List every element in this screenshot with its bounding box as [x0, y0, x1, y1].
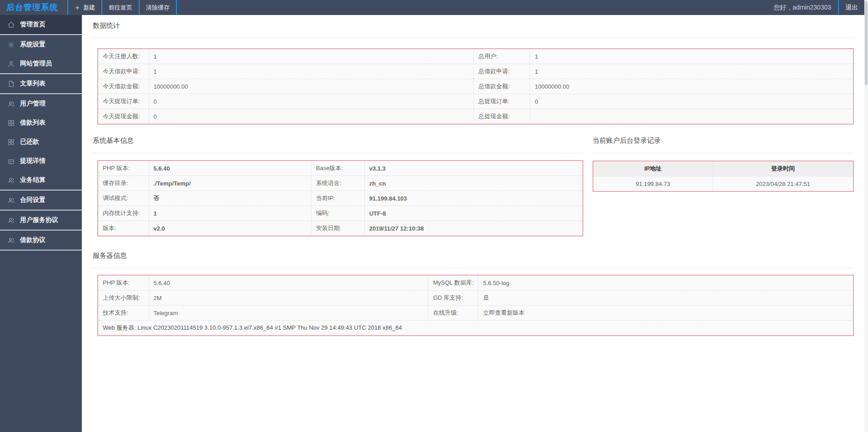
grid-icon [7, 138, 15, 146]
server-info-table-wrap: PHP 版本:5.6.40MySQL 数据库:5.6.50-log上传大小限制:… [97, 275, 854, 336]
column-header: 登录时间 [713, 161, 853, 176]
sidebar-item-label: 用户管理 [20, 100, 45, 108]
gear-icon [7, 41, 15, 49]
field-value: 5.6.40 [149, 161, 311, 176]
field-label: GD 库支持: [428, 291, 478, 306]
table-row: 今天提现金额:0总提现金额: [98, 109, 853, 125]
field-label: 今天借款申请: [98, 64, 149, 79]
field-label: 安装日期: [311, 221, 364, 236]
field-value: ./Temp/Temp/ [149, 176, 311, 191]
login-record-section-title: 当前账户后台登录记录 [592, 125, 854, 145]
basic-info-table: PHP 版本:5.6.40Base版本:v3.1.3缓存目录:./Temp/Te… [97, 160, 583, 236]
grid-icon [7, 119, 15, 127]
field-label: 总借款金额: [474, 79, 530, 94]
sidebar-item-withdrawal-details[interactable]: 提现详情 [0, 151, 82, 171]
basic-info-section-title: 系统基本信息 [93, 125, 583, 145]
stats-section-title: 数据统计 [93, 15, 854, 30]
sidebar-item-contract-settings[interactable]: 合同设置 [0, 191, 82, 210]
table-row: 上传大小限制:2MGD 库支持:是 [98, 291, 853, 306]
sidebar-item-business-settlement[interactable]: 业务结算 [0, 171, 82, 190]
field-label: 今天提现金额: [98, 109, 149, 125]
field-value: 91.199.84.103 [364, 191, 583, 206]
table-row: 今天借款申请:1总借款申请:1 [98, 64, 853, 79]
scrollbar-thumb[interactable] [865, 1, 868, 85]
field-value: zh_cn [364, 176, 583, 191]
section-divider [93, 38, 854, 38]
field-label: 调试模式: [98, 191, 149, 206]
vertical-scrollbar[interactable] [864, 0, 868, 432]
stats-table: 今天注册人数:1总用户:1今天借款申请:1总借款申请:1今天借款金额:10000… [97, 48, 854, 125]
top-bar: 后台管理系统 新建 前往首页 清除缓存 您好，admin230303 退出 [0, 0, 864, 15]
field-label: 上传大小限制: [98, 291, 149, 306]
field-value: 2019/11/27 12:10:38 [364, 221, 583, 236]
sidebar-item-label: 提现详情 [20, 157, 45, 165]
field-value: 1 [149, 206, 311, 221]
login-record-column: 当前账户后台登录记录 IP地址登录时间 91.199.84.732023/04/… [592, 125, 854, 192]
field-value: Telegram [149, 306, 428, 321]
sidebar-item-label: 管理首页 [20, 20, 45, 29]
plus-icon [75, 5, 80, 10]
sidebar-item-loan-agreement[interactable]: 借款协议 [0, 231, 82, 250]
sidebar-item-system-settings[interactable]: 系统设置 [0, 35, 82, 54]
sidebar-item-dashboard[interactable]: 管理首页 [0, 15, 82, 34]
basic-info-table-wrap: PHP 版本:5.6.40Base版本:v3.1.3缓存目录:./Temp/Te… [97, 160, 583, 236]
server-info-section-title: 服务器信息 [93, 236, 854, 260]
sidebar-item-repaid[interactable]: 已还款 [0, 132, 82, 151]
sidebar-item-label: 借款列表 [20, 119, 45, 127]
field-value: 0 [149, 109, 474, 125]
field-label: 当前IP: [311, 191, 364, 206]
section-divider [93, 268, 854, 268]
field-label: 今天借款金额: [98, 79, 149, 94]
users-icon [7, 100, 15, 108]
users-icon [7, 196, 15, 204]
field-value: 91.199.84.73 [593, 176, 713, 192]
topbar-nav: 新建 前往首页 清除缓存 [67, 0, 177, 15]
main-content: 数据统计 今天注册人数:1总用户:1今天借款申请:1总借款申请:1今天借款金额:… [82, 15, 864, 432]
field-label: 编码: [311, 206, 364, 221]
sidebar-item-article-list[interactable]: 文章列表 [0, 74, 82, 93]
column-header: IP地址 [593, 161, 713, 176]
new-button[interactable]: 新建 [67, 0, 101, 15]
table-row: 技术支持:Telegram在线升级:立即查看新版本 [98, 306, 853, 321]
field-value: 0 [530, 94, 853, 109]
field-value: 2M [149, 291, 428, 306]
clear-cache-label: 清除缓存 [146, 0, 170, 15]
section-divider [93, 153, 583, 153]
table-row: 内存统计支持:1编码:UTF-8 [98, 206, 583, 221]
table-row: 今天借款金额:10000000.00总借款金额:10000000.00 [98, 79, 853, 94]
field-value: 立即查看新版本 [478, 306, 853, 321]
field-value: 2023/04/28 21:47:51 [713, 176, 853, 192]
users-icon [7, 236, 15, 244]
sidebar-item-user-service-agreement[interactable]: 用户服务协议 [0, 211, 82, 230]
users-icon [7, 176, 15, 184]
clear-cache-button[interactable]: 清除缓存 [139, 0, 177, 15]
go-homepage-label: 前往首页 [109, 0, 132, 15]
section-divider [592, 153, 854, 153]
user-icon [7, 60, 15, 68]
field-value: v2.0 [149, 221, 311, 236]
field-label: 今天注册人数: [98, 49, 149, 64]
sidebar-item-user-management[interactable]: 用户管理 [0, 94, 82, 113]
field-value: v3.1.3 [364, 161, 583, 176]
new-button-label: 新建 [83, 0, 95, 15]
sidebar-item-loan-list[interactable]: 借款列表 [0, 113, 82, 132]
field-value: 0 [149, 94, 474, 109]
table-row: 91.199.84.732023/04/28 21:47:51 [593, 176, 853, 192]
table-row: 今天注册人数:1总用户:1 [98, 49, 853, 64]
field-value: 是 [478, 291, 853, 306]
home-icon [7, 21, 15, 29]
field-label: 缓存目录: [98, 176, 149, 191]
field-value [530, 109, 853, 125]
logout-button[interactable]: 退出 [838, 0, 864, 15]
field-label: 总借款申请: [474, 64, 530, 79]
field-label: MySQL 数据库: [428, 275, 478, 291]
go-homepage-button[interactable]: 前往首页 [101, 0, 139, 15]
field-value: 1 [149, 64, 474, 79]
field-value: 10000000.00 [149, 79, 474, 94]
field-label: 版本: [98, 221, 149, 236]
table-row: 缓存目录:./Temp/Temp/系统语言:zh_cn [98, 176, 583, 191]
login-record-table: IP地址登录时间 91.199.84.732023/04/28 21:47:51 [592, 161, 854, 192]
sidebar-item-site-admin[interactable]: 网站管理员 [0, 54, 82, 73]
sidebar-item-label: 已还款 [20, 138, 39, 146]
field-label: PHP 版本: [98, 161, 149, 176]
